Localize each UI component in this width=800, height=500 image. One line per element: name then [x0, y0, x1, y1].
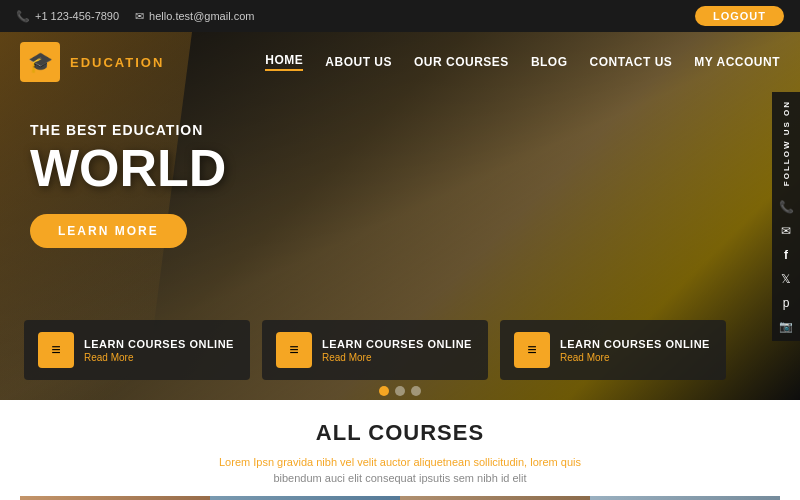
follow-label: FOLLOW US ON — [782, 100, 791, 186]
navbar: 🎓 EDUCATION HOME ABOUT US OUR COURSES BL… — [0, 32, 800, 92]
courses-desc-line2: bibendum auci elit consequat ipsutis sem… — [20, 472, 780, 484]
dot-1[interactable] — [379, 386, 389, 396]
logo-icon: 🎓 — [20, 42, 60, 82]
nav-about[interactable]: ABOUT US — [325, 55, 392, 69]
graduation-icon: 🎓 — [28, 50, 53, 74]
hero-subtitle: THE BEST EDUCATION — [30, 122, 226, 138]
carousel-dots — [379, 386, 421, 396]
email-icon: ✉ — [135, 10, 144, 23]
course-card-3: ≡ LEARN COURSES ONLINE Read More — [500, 320, 726, 380]
nav-contact[interactable]: CONTACT US — [590, 55, 673, 69]
hero-section: 🎓 EDUCATION HOME ABOUT US OUR COURSES BL… — [0, 32, 800, 400]
card-icon-3: ≡ — [514, 332, 550, 368]
follow-sidebar: FOLLOW US ON 📞 ✉ f 𝕏 p 📷 — [772, 92, 800, 341]
thumbnail-2 — [210, 496, 400, 500]
card-link-3[interactable]: Read More — [560, 352, 710, 363]
top-bar-left: 📞 +1 123-456-7890 ✉ hello.test@gmail.com — [16, 10, 254, 23]
instagram-icon[interactable]: 📷 — [779, 320, 793, 333]
logo-area: 🎓 EDUCATION — [20, 42, 164, 82]
thumbnail-1 — [20, 496, 210, 500]
dot-2[interactable] — [395, 386, 405, 396]
learn-more-button[interactable]: LEARN MORE — [30, 214, 187, 248]
twitter-icon[interactable]: 𝕏 — [781, 272, 791, 286]
nav-account[interactable]: MY ACCOUNT — [694, 55, 780, 69]
phone-icon: 📞 — [16, 10, 30, 23]
card-title-2: LEARN COURSES ONLINE — [322, 338, 472, 350]
hero-title: WORLD — [30, 142, 226, 194]
email-address: hello.test@gmail.com — [149, 10, 254, 22]
courses-desc-line1: Lorem Ipsn gravida nibh vel velit auctor… — [20, 454, 780, 472]
card-icon-1: ≡ — [38, 332, 74, 368]
email-info: ✉ hello.test@gmail.com — [135, 10, 254, 23]
nav-courses[interactable]: OUR COURSES — [414, 55, 509, 69]
card-info-2: LEARN COURSES ONLINE Read More — [322, 338, 472, 363]
top-bar: 📞 +1 123-456-7890 ✉ hello.test@gmail.com… — [0, 0, 800, 32]
card-title-1: LEARN COURSES ONLINE — [84, 338, 234, 350]
dot-3[interactable] — [411, 386, 421, 396]
phone-info: 📞 +1 123-456-7890 — [16, 10, 119, 23]
card-title-3: LEARN COURSES ONLINE — [560, 338, 710, 350]
logout-button[interactable]: LOGOUT — [695, 6, 784, 26]
course-card-1: ≡ LEARN COURSES ONLINE Read More — [24, 320, 250, 380]
phone-social-icon[interactable]: 📞 — [779, 200, 794, 214]
thumbnails-row — [20, 496, 780, 500]
card-info-1: LEARN COURSES ONLINE Read More — [84, 338, 234, 363]
mail-social-icon[interactable]: ✉ — [781, 224, 791, 238]
course-card-2: ≡ LEARN COURSES ONLINE Read More — [262, 320, 488, 380]
card-icon-2: ≡ — [276, 332, 312, 368]
nav-blog[interactable]: BLOG — [531, 55, 568, 69]
hero-content: THE BEST EDUCATION WORLD LEARN MORE — [30, 122, 226, 248]
phone-number: +1 123-456-7890 — [35, 10, 119, 22]
card-link-2[interactable]: Read More — [322, 352, 472, 363]
card-info-3: LEARN COURSES ONLINE Read More — [560, 338, 710, 363]
card-link-1[interactable]: Read More — [84, 352, 234, 363]
thumbnail-3 — [400, 496, 590, 500]
courses-section: ALL COURSES Lorem Ipsn gravida nibh vel … — [0, 400, 800, 500]
pinterest-icon[interactable]: p — [783, 296, 790, 310]
course-cards: ≡ LEARN COURSES ONLINE Read More ≡ LEARN… — [0, 320, 750, 380]
facebook-icon[interactable]: f — [784, 248, 788, 262]
thumbnail-4 — [590, 496, 780, 500]
nav-links: HOME ABOUT US OUR COURSES BLOG CONTACT U… — [265, 53, 780, 71]
nav-home[interactable]: HOME — [265, 53, 303, 71]
courses-title: ALL COURSES — [20, 420, 780, 446]
logo-text: EDUCATION — [70, 55, 164, 70]
